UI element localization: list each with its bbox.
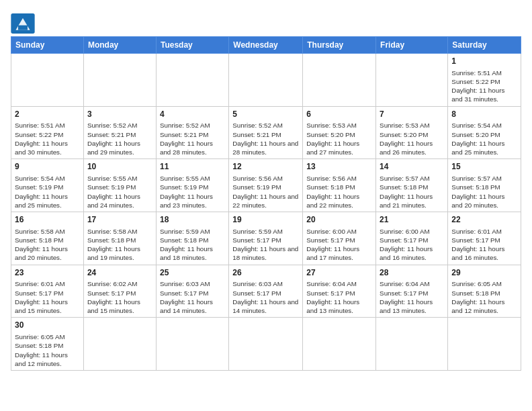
weekday-header-wednesday: Wednesday (229, 37, 303, 54)
calendar-cell: 27Sunrise: 6:04 AM Sunset: 5:17 PM Dayli… (303, 265, 376, 318)
cell-info-text: Sunrise: 6:04 AM Sunset: 5:17 PM Dayligh… (306, 279, 372, 315)
calendar-cell (303, 318, 376, 371)
cell-date-number: 10 (87, 161, 152, 173)
cell-date-number: 24 (87, 267, 152, 279)
calendar-cell: 15Sunrise: 5:57 AM Sunset: 5:18 PM Dayli… (448, 159, 521, 212)
cell-info-text: Sunrise: 5:52 AM Sunset: 5:21 PM Dayligh… (160, 121, 225, 156)
calendar-week-3: 9Sunrise: 5:54 AM Sunset: 5:19 PM Daylig… (11, 159, 521, 212)
calendar-cell: 30Sunrise: 6:05 AM Sunset: 5:18 PM Dayli… (11, 318, 84, 371)
cell-date-number: 3 (87, 109, 152, 120)
cell-date-number: 29 (451, 267, 517, 279)
calendar-cell (376, 54, 448, 107)
cell-date-number: 27 (306, 267, 372, 279)
cell-date-number: 22 (451, 214, 517, 226)
calendar-cell (303, 54, 376, 107)
cell-info-text: Sunrise: 6:02 AM Sunset: 5:17 PM Dayligh… (87, 279, 152, 315)
cell-info-text: Sunrise: 5:55 AM Sunset: 5:19 PM Dayligh… (87, 174, 152, 210)
cell-date-number: 2 (15, 109, 80, 120)
svg-rect-2 (18, 26, 28, 30)
calendar-cell: 14Sunrise: 5:57 AM Sunset: 5:18 PM Dayli… (376, 159, 448, 212)
calendar-body: 1Sunrise: 5:51 AM Sunset: 5:22 PM Daylig… (11, 54, 521, 371)
cell-info-text: Sunrise: 5:53 AM Sunset: 5:20 PM Dayligh… (380, 121, 444, 156)
cell-info-text: Sunrise: 5:54 AM Sunset: 5:19 PM Dayligh… (15, 174, 80, 210)
calendar-cell (11, 54, 84, 107)
cell-info-text: Sunrise: 5:59 AM Sunset: 5:17 PM Dayligh… (232, 227, 299, 263)
cell-info-text: Sunrise: 5:56 AM Sunset: 5:18 PM Dayligh… (306, 174, 372, 210)
cell-date-number: 1 (451, 56, 517, 67)
calendar-cell: 2Sunrise: 5:51 AM Sunset: 5:22 PM Daylig… (11, 106, 84, 159)
cell-date-number: 30 (15, 320, 80, 331)
cell-info-text: Sunrise: 6:01 AM Sunset: 5:17 PM Dayligh… (451, 227, 517, 263)
calendar-cell (156, 54, 228, 107)
cell-info-text: Sunrise: 5:58 AM Sunset: 5:18 PM Dayligh… (87, 227, 152, 263)
cell-date-number: 11 (160, 161, 225, 173)
calendar-cell: 9Sunrise: 5:54 AM Sunset: 5:19 PM Daylig… (11, 159, 84, 212)
cell-date-number: 19 (232, 214, 299, 226)
calendar-cell: 19Sunrise: 5:59 AM Sunset: 5:17 PM Dayli… (229, 212, 303, 265)
calendar-cell: 26Sunrise: 6:03 AM Sunset: 5:17 PM Dayli… (229, 265, 303, 318)
calendar-cell: 1Sunrise: 5:51 AM Sunset: 5:22 PM Daylig… (448, 54, 521, 107)
cell-info-text: Sunrise: 5:51 AM Sunset: 5:22 PM Dayligh… (451, 68, 517, 104)
cell-info-text: Sunrise: 5:51 AM Sunset: 5:22 PM Dayligh… (15, 121, 80, 156)
cell-info-text: Sunrise: 5:59 AM Sunset: 5:18 PM Dayligh… (160, 227, 225, 263)
calendar-cell: 7Sunrise: 5:53 AM Sunset: 5:20 PM Daylig… (376, 106, 448, 159)
calendar-cell (156, 318, 228, 371)
logo (11, 13, 38, 34)
cell-date-number: 13 (306, 161, 372, 173)
calendar-cell: 28Sunrise: 6:04 AM Sunset: 5:17 PM Dayli… (376, 265, 448, 318)
cell-info-text: Sunrise: 6:05 AM Sunset: 5:18 PM Dayligh… (451, 279, 517, 315)
calendar-cell: 17Sunrise: 5:58 AM Sunset: 5:18 PM Dayli… (83, 212, 156, 265)
calendar-cell (229, 54, 303, 107)
calendar-week-2: 2Sunrise: 5:51 AM Sunset: 5:22 PM Daylig… (11, 106, 521, 159)
cell-info-text: Sunrise: 5:53 AM Sunset: 5:20 PM Dayligh… (306, 121, 372, 156)
cell-date-number: 14 (380, 161, 444, 173)
calendar-cell: 29Sunrise: 6:05 AM Sunset: 5:18 PM Dayli… (448, 265, 521, 318)
calendar-cell: 12Sunrise: 5:56 AM Sunset: 5:19 PM Dayli… (229, 159, 303, 212)
cell-date-number: 4 (160, 109, 225, 120)
cell-info-text: Sunrise: 5:57 AM Sunset: 5:18 PM Dayligh… (380, 174, 444, 210)
cell-info-text: Sunrise: 5:57 AM Sunset: 5:18 PM Dayligh… (451, 174, 517, 210)
calendar-cell: 5Sunrise: 5:52 AM Sunset: 5:21 PM Daylig… (229, 106, 303, 159)
cell-info-text: Sunrise: 6:03 AM Sunset: 5:17 PM Dayligh… (232, 279, 299, 315)
cell-date-number: 21 (380, 214, 444, 226)
calendar-table: SundayMondayTuesdayWednesdayThursdayFrid… (11, 36, 521, 371)
cell-info-text: Sunrise: 6:01 AM Sunset: 5:17 PM Dayligh… (15, 279, 80, 315)
cell-info-text: Sunrise: 5:52 AM Sunset: 5:21 PM Dayligh… (232, 121, 299, 156)
cell-date-number: 26 (232, 267, 299, 279)
weekday-header-sunday: Sunday (11, 37, 84, 54)
calendar-cell: 16Sunrise: 5:58 AM Sunset: 5:18 PM Dayli… (11, 212, 84, 265)
calendar-week-4: 16Sunrise: 5:58 AM Sunset: 5:18 PM Dayli… (11, 212, 521, 265)
calendar-cell: 13Sunrise: 5:56 AM Sunset: 5:18 PM Dayli… (303, 159, 376, 212)
cell-info-text: Sunrise: 6:00 AM Sunset: 5:17 PM Dayligh… (380, 227, 444, 263)
cell-date-number: 20 (306, 214, 372, 226)
calendar-cell: 11Sunrise: 5:55 AM Sunset: 5:19 PM Dayli… (156, 159, 228, 212)
cell-info-text: Sunrise: 6:03 AM Sunset: 5:17 PM Dayligh… (160, 279, 225, 315)
calendar-cell: 4Sunrise: 5:52 AM Sunset: 5:21 PM Daylig… (156, 106, 228, 159)
cell-date-number: 18 (160, 214, 225, 226)
cell-date-number: 16 (15, 214, 80, 226)
calendar-week-5: 23Sunrise: 6:01 AM Sunset: 5:17 PM Dayli… (11, 265, 521, 318)
cell-info-text: Sunrise: 5:52 AM Sunset: 5:21 PM Dayligh… (87, 121, 152, 156)
page-header (11, 11, 521, 34)
cell-date-number: 17 (87, 214, 152, 226)
calendar-cell: 20Sunrise: 6:00 AM Sunset: 5:17 PM Dayli… (303, 212, 376, 265)
calendar-week-6: 30Sunrise: 6:05 AM Sunset: 5:18 PM Dayli… (11, 318, 521, 371)
cell-date-number: 15 (451, 161, 517, 173)
cell-info-text: Sunrise: 5:58 AM Sunset: 5:18 PM Dayligh… (15, 227, 80, 263)
calendar-cell (229, 318, 303, 371)
calendar-cell (376, 318, 448, 371)
cell-date-number: 12 (232, 161, 299, 173)
calendar-cell: 23Sunrise: 6:01 AM Sunset: 5:17 PM Dayli… (11, 265, 84, 318)
calendar-cell: 10Sunrise: 5:55 AM Sunset: 5:19 PM Dayli… (83, 159, 156, 212)
cell-date-number: 8 (451, 109, 517, 120)
calendar-cell: 22Sunrise: 6:01 AM Sunset: 5:17 PM Dayli… (448, 212, 521, 265)
cell-info-text: Sunrise: 6:00 AM Sunset: 5:17 PM Dayligh… (306, 227, 372, 263)
cell-date-number: 25 (160, 267, 225, 279)
cell-date-number: 23 (15, 267, 80, 279)
cell-date-number: 28 (380, 267, 444, 279)
calendar-header-row: SundayMondayTuesdayWednesdayThursdayFrid… (11, 37, 521, 54)
calendar-cell (83, 54, 156, 107)
calendar-cell (83, 318, 156, 371)
cell-date-number: 7 (380, 109, 444, 120)
cell-date-number: 5 (232, 109, 299, 120)
